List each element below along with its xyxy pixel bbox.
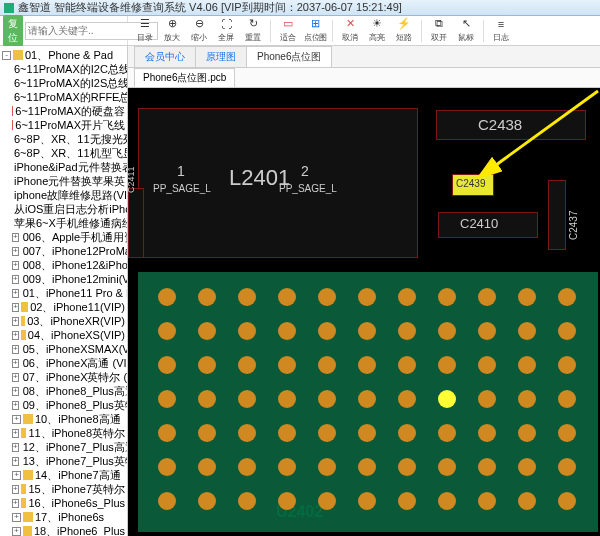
tree-toggle[interactable]: +	[12, 303, 19, 312]
bga-pad[interactable]	[318, 390, 336, 408]
toolbar-鼠标[interactable]: ↖鼠标	[453, 17, 479, 45]
tab-原理图[interactable]: 原理图	[195, 46, 247, 67]
bga-pad[interactable]	[238, 458, 256, 476]
toolbar-高亮[interactable]: ☀高亮	[364, 17, 390, 45]
tree-item[interactable]: +04、iPhoneXS(VIP)	[0, 328, 127, 342]
bga-pad[interactable]	[198, 492, 216, 510]
tree-toggle[interactable]: +	[12, 317, 19, 326]
tree-item[interactable]: +12、iPhone7_Plus高通	[0, 440, 127, 454]
bga-pad[interactable]	[478, 322, 496, 340]
bga-pad[interactable]	[558, 322, 576, 340]
bga-pad[interactable]	[438, 288, 456, 306]
bga-pad[interactable]	[158, 390, 176, 408]
bga-pad[interactable]	[318, 288, 336, 306]
bga-pad[interactable]	[238, 356, 256, 374]
toolbar-取消[interactable]: ✕取消	[337, 17, 363, 45]
tree-toggle[interactable]: +	[12, 527, 21, 536]
bga-pad[interactable]	[158, 356, 176, 374]
toolbar-全屏[interactable]: ⛶全屏	[213, 17, 239, 45]
tree-toggle[interactable]: +	[12, 429, 19, 438]
tree-item[interactable]: 6~11ProMAX的RFFE总	[0, 90, 127, 104]
bga-pad[interactable]	[518, 390, 536, 408]
toolbar-放大[interactable]: ⊕放大	[159, 17, 185, 45]
tree-item[interactable]: +01、iPhone11 Pro & Pro	[0, 286, 127, 300]
bga-pad[interactable]	[438, 390, 456, 408]
bga-pad[interactable]	[438, 492, 456, 510]
pcb-viewer[interactable]: 1 2 PP_SAGE_L PP_SAGE_L L2401 C2411 C243…	[128, 88, 600, 536]
tree-item[interactable]: +008、iPhone12&iPhone1	[0, 258, 127, 272]
bga-pad[interactable]	[198, 288, 216, 306]
toolbar-适合[interactable]: ▭适合	[275, 17, 301, 45]
bga-pad[interactable]	[318, 424, 336, 442]
tree-item[interactable]: 6~11ProMAX的硬盘容	[0, 104, 127, 118]
bga-pad[interactable]	[398, 458, 416, 476]
bga-pad[interactable]	[438, 356, 456, 374]
bga-pad[interactable]	[398, 492, 416, 510]
bga-pad[interactable]	[278, 492, 296, 510]
tree-item[interactable]: +17、iPhone6s	[0, 510, 127, 524]
tree-item[interactable]: iPhone元件替换苹果英	[0, 174, 127, 188]
bga-pad[interactable]	[238, 424, 256, 442]
component-c2437[interactable]	[548, 180, 566, 250]
tree-item[interactable]: +07、iPhoneX英特尔 (VIP)	[0, 370, 127, 384]
tree-toggle[interactable]: +	[12, 345, 19, 354]
tree-item[interactable]: +02、iPhone11(VIP)	[0, 300, 127, 314]
tree-toggle[interactable]: -	[2, 51, 11, 60]
tab-Phone6点位图[interactable]: Phone6点位图	[246, 46, 332, 67]
tree-item[interactable]: 6~11ProMAX开片飞线	[0, 118, 127, 132]
tree-item[interactable]: +006、Apple手机通用资料	[0, 230, 127, 244]
component-block[interactable]: 1 2 PP_SAGE_L PP_SAGE_L L2401	[138, 108, 418, 258]
tree-toggle[interactable]: +	[12, 415, 21, 424]
bga-pad[interactable]	[358, 322, 376, 340]
bga-pad[interactable]	[158, 458, 176, 476]
bga-pad[interactable]	[518, 288, 536, 306]
bga-pad[interactable]	[478, 458, 496, 476]
bga-pad[interactable]	[358, 492, 376, 510]
tree-item[interactable]: 6~11ProMAX的I2C总线	[0, 62, 127, 76]
bga-pad[interactable]	[558, 492, 576, 510]
tree-item[interactable]: +13、iPhone7_Plus英特尔	[0, 454, 127, 468]
bga-pad[interactable]	[358, 356, 376, 374]
tree-item[interactable]: 6~8P、XR、11机型飞显	[0, 146, 127, 160]
toolbar-目录[interactable]: ☰目录	[132, 17, 158, 45]
tree-toggle[interactable]: +	[12, 499, 19, 508]
bga-pad[interactable]	[398, 322, 416, 340]
bga-pad[interactable]	[318, 458, 336, 476]
tree-item[interactable]: +14、iPhone7高通	[0, 468, 127, 482]
bga-pad[interactable]	[558, 288, 576, 306]
bga-pad[interactable]	[438, 424, 456, 442]
toolbar-点位图[interactable]: ⊞点位图	[302, 17, 328, 45]
subtab[interactable]: Phone6点位图.pcb	[134, 68, 235, 87]
bga-pad[interactable]	[478, 424, 496, 442]
bga-pad[interactable]	[158, 322, 176, 340]
bga-pad[interactable]	[358, 458, 376, 476]
tree-item[interactable]: -01、Phone & Pad	[0, 48, 127, 62]
tree-toggle[interactable]: +	[12, 401, 19, 410]
bga-pad[interactable]	[198, 424, 216, 442]
toolbar-日志[interactable]: ≡日志	[488, 17, 514, 45]
bga-pad[interactable]	[278, 458, 296, 476]
bga-pad[interactable]	[518, 424, 536, 442]
tree-item[interactable]: +06、iPhoneX高通 (VIP)	[0, 356, 127, 370]
tree-toggle[interactable]: +	[12, 289, 19, 298]
tree-toggle[interactable]: +	[12, 247, 19, 256]
bga-pad[interactable]	[558, 356, 576, 374]
bga-pad[interactable]	[358, 424, 376, 442]
tree-toggle[interactable]: +	[12, 513, 21, 522]
bga-pad[interactable]	[278, 424, 296, 442]
tree-item[interactable]: +10、iPhone8高通	[0, 412, 127, 426]
bga-pad[interactable]	[398, 390, 416, 408]
tree-toggle[interactable]: +	[12, 373, 19, 382]
bga-pad[interactable]	[518, 458, 536, 476]
tab-会员中心[interactable]: 会员中心	[134, 46, 196, 67]
bga-pad[interactable]	[358, 288, 376, 306]
tree-toggle[interactable]: +	[12, 457, 19, 466]
file-tree[interactable]: -01、Phone & Pad6~11ProMAX的I2C总线6~11ProMA…	[0, 46, 128, 536]
bga-pad[interactable]	[198, 458, 216, 476]
tree-item[interactable]: iPhone&iPad元件替换表	[0, 160, 127, 174]
bga-pad[interactable]	[478, 492, 496, 510]
tree-toggle[interactable]: +	[12, 261, 19, 270]
tree-toggle[interactable]: +	[12, 359, 19, 368]
toolbar-短路[interactable]: ⚡短路	[391, 17, 417, 45]
tree-item[interactable]: iphone故障维修思路(VIP	[0, 188, 127, 202]
